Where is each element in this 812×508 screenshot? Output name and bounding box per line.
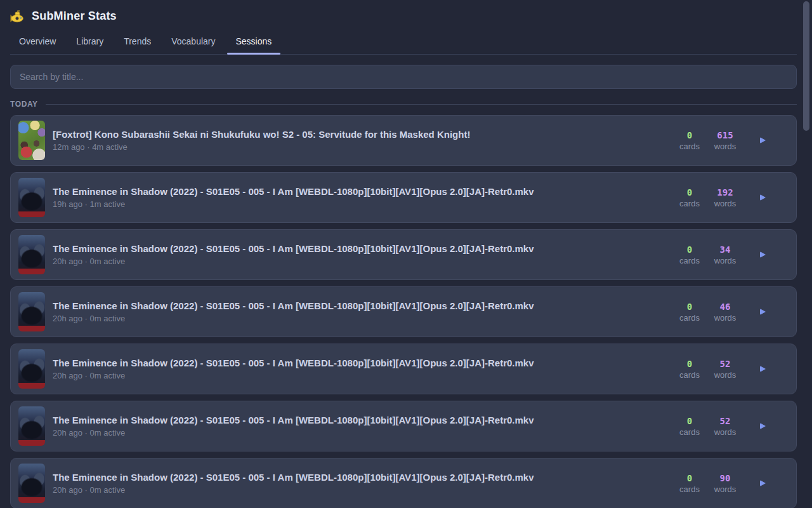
words-stat: 52 words xyxy=(712,359,738,380)
session-card[interactable]: The Eminence in Shadow (2022) - S01E05 -… xyxy=(10,286,797,337)
play-icon xyxy=(760,480,766,486)
app-header: SubMiner Stats xyxy=(10,0,797,23)
play-button[interactable] xyxy=(757,249,768,260)
words-stat: 34 words xyxy=(712,244,738,265)
session-title: The Eminence in Shadow (2022) - S01E05 -… xyxy=(53,186,666,197)
words-count: 52 xyxy=(712,359,738,369)
play-button[interactable] xyxy=(757,478,768,489)
session-stats: 0 cards 46 words xyxy=(676,302,786,323)
words-stat: 615 words xyxy=(712,130,738,151)
session-info: The Eminence in Shadow (2022) - S01E05 -… xyxy=(53,300,676,323)
play-icon xyxy=(760,309,766,315)
session-stats: 0 cards 52 words xyxy=(676,359,786,380)
play-button[interactable] xyxy=(757,363,768,375)
session-title: The Eminence in Shadow (2022) - S01E05 -… xyxy=(53,243,666,254)
cards-stat: 0 cards xyxy=(676,416,703,437)
cards-count: 0 xyxy=(676,130,703,140)
session-card[interactable]: [Foxtrot] Kono Subarashii Sekai ni Shuku… xyxy=(10,115,797,166)
search-input[interactable] xyxy=(10,65,797,89)
tab-vocabulary[interactable]: Vocabulary xyxy=(162,30,224,54)
play-button[interactable] xyxy=(757,420,768,432)
words-label: words xyxy=(712,427,738,437)
page: SubMiner Stats Overview Library Trends V… xyxy=(10,0,797,508)
cards-count: 0 xyxy=(676,187,703,197)
session-info: [Foxtrot] Kono Subarashii Sekai ni Shuku… xyxy=(53,129,676,152)
session-title: The Eminence in Shadow (2022) - S01E05 -… xyxy=(53,300,666,311)
words-stat: 90 words xyxy=(712,473,738,494)
session-title: The Eminence in Shadow (2022) - S01E05 -… xyxy=(53,472,666,483)
session-thumbnail xyxy=(18,292,45,331)
tab-bar: Overview Library Trends Vocabulary Sessi… xyxy=(10,30,797,55)
session-card[interactable]: The Eminence in Shadow (2022) - S01E05 -… xyxy=(10,401,797,451)
session-thumbnail xyxy=(18,121,45,160)
tab-trends[interactable]: Trends xyxy=(115,30,160,54)
words-stat: 52 words xyxy=(712,416,738,437)
session-thumbnail xyxy=(18,464,45,503)
cards-label: cards xyxy=(676,485,703,494)
session-thumbnail xyxy=(18,349,45,389)
cards-stat: 0 cards xyxy=(676,187,703,208)
section-divider xyxy=(46,104,797,105)
session-card[interactable]: The Eminence in Shadow (2022) - S01E05 -… xyxy=(10,458,797,508)
play-button[interactable] xyxy=(757,135,768,146)
words-label: words xyxy=(712,313,738,323)
words-count: 90 xyxy=(712,473,738,483)
session-card[interactable]: The Eminence in Shadow (2022) - S01E05 -… xyxy=(10,172,797,223)
search-bar xyxy=(10,65,797,89)
session-stats: 0 cards 192 words xyxy=(676,187,786,208)
session-title: [Foxtrot] Kono Subarashii Sekai ni Shuku… xyxy=(53,129,666,140)
session-thumbnail xyxy=(18,406,45,446)
play-icon xyxy=(760,251,766,258)
session-info: The Eminence in Shadow (2022) - S01E05 -… xyxy=(53,472,676,495)
words-label: words xyxy=(712,485,738,494)
play-button[interactable] xyxy=(757,192,768,203)
words-count: 46 xyxy=(712,302,738,312)
words-label: words xyxy=(712,142,738,151)
play-icon xyxy=(760,137,766,144)
cards-count: 0 xyxy=(676,244,703,255)
section-label: TODAY xyxy=(10,100,38,109)
session-stats: 0 cards 52 words xyxy=(676,416,786,437)
cards-label: cards xyxy=(676,256,703,265)
session-title: The Eminence in Shadow (2022) - S01E05 -… xyxy=(53,358,666,368)
words-label: words xyxy=(712,370,738,380)
cards-count: 0 xyxy=(676,473,703,483)
words-stat: 192 words xyxy=(712,187,738,208)
words-count: 52 xyxy=(712,416,738,426)
scrollbar-thumb[interactable] xyxy=(803,1,809,131)
cards-count: 0 xyxy=(676,359,703,369)
cards-label: cards xyxy=(676,199,703,208)
tab-sessions[interactable]: Sessions xyxy=(227,30,281,54)
session-stats: 0 cards 90 words xyxy=(676,473,786,494)
session-meta: 19h ago · 1m active xyxy=(53,199,666,209)
cards-stat: 0 cards xyxy=(676,359,703,380)
section-header-today: TODAY xyxy=(10,100,797,109)
play-icon xyxy=(760,366,766,372)
play-button[interactable] xyxy=(757,306,768,318)
session-card[interactable]: The Eminence in Shadow (2022) - S01E05 -… xyxy=(10,229,797,280)
session-info: The Eminence in Shadow (2022) - S01E05 -… xyxy=(53,243,676,266)
session-list: [Foxtrot] Kono Subarashii Sekai ni Shuku… xyxy=(10,115,797,508)
words-label: words xyxy=(712,199,738,208)
cards-count: 0 xyxy=(676,416,703,426)
session-info: The Eminence in Shadow (2022) - S01E05 -… xyxy=(53,415,676,438)
session-stats: 0 cards 615 words xyxy=(676,130,786,151)
cards-stat: 0 cards xyxy=(676,302,703,323)
session-meta: 20h ago · 0m active xyxy=(53,314,666,323)
session-meta: 20h ago · 0m active xyxy=(53,485,666,495)
play-icon xyxy=(760,423,766,429)
cards-stat: 0 cards xyxy=(676,244,703,265)
session-stats: 0 cards 34 words xyxy=(676,244,786,265)
session-meta: 20h ago · 0m active xyxy=(53,371,666,380)
session-info: The Eminence in Shadow (2022) - S01E05 -… xyxy=(53,358,676,380)
session-title: The Eminence in Shadow (2022) - S01E05 -… xyxy=(53,415,666,425)
session-card[interactable]: The Eminence in Shadow (2022) - S01E05 -… xyxy=(10,344,797,394)
tab-library[interactable]: Library xyxy=(67,30,112,54)
session-thumbnail xyxy=(18,235,45,274)
words-label: words xyxy=(712,256,738,265)
tab-overview[interactable]: Overview xyxy=(10,30,65,54)
page-title: SubMiner Stats xyxy=(32,10,117,23)
play-icon xyxy=(760,194,766,201)
words-stat: 46 words xyxy=(712,302,738,323)
cards-label: cards xyxy=(676,313,703,323)
